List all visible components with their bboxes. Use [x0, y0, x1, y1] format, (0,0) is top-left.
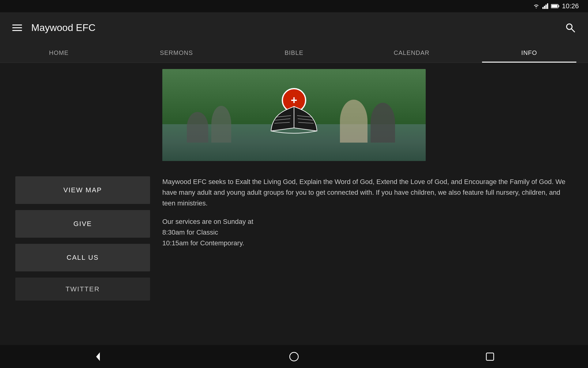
left-buttons: VIEW MAP GIVE CALL US TWITTER	[15, 176, 150, 301]
info-paragraph-1: Maywood EFC seeks to Exalt the Living Go…	[162, 176, 573, 209]
status-icons: 10:26	[533, 2, 579, 10]
svg-rect-2	[545, 5, 547, 9]
tab-home[interactable]: HOME	[0, 43, 118, 63]
info-text-area: Maywood EFC seeks to Exalt the Living Go…	[162, 176, 573, 301]
wifi-icon	[533, 3, 540, 9]
person-silhouette	[211, 106, 231, 143]
svg-rect-3	[547, 3, 548, 9]
recents-icon	[484, 351, 496, 362]
twitter-button[interactable]: TWITTER	[15, 278, 150, 301]
tab-sermons[interactable]: SERMONS	[118, 43, 235, 63]
svg-rect-5	[558, 5, 559, 7]
call-us-button[interactable]: CALL US	[15, 244, 150, 271]
back-button[interactable]	[89, 347, 107, 366]
info-paragraph-2: Our services are on Sunday at8:30am for …	[162, 216, 573, 249]
svg-rect-0	[542, 7, 544, 9]
search-icon	[565, 22, 576, 33]
svg-marker-15	[96, 352, 100, 361]
app-title: Maywood EFC	[31, 22, 565, 33]
person-silhouette	[340, 100, 368, 143]
view-map-button[interactable]: VIEW MAP	[15, 176, 150, 204]
menu-button[interactable]	[12, 25, 22, 31]
home-button[interactable]	[285, 347, 303, 366]
search-button[interactable]	[565, 22, 576, 33]
signal-icon	[542, 3, 548, 9]
header: Maywood EFC	[0, 12, 588, 43]
back-icon	[92, 351, 104, 362]
svg-point-16	[290, 352, 298, 361]
main-content: VIEW MAP GIVE CALL US TWITTER Maywood EF…	[0, 167, 588, 310]
svg-rect-17	[486, 353, 494, 360]
give-button[interactable]: GIVE	[15, 210, 150, 238]
church-logo: +	[270, 88, 318, 137]
person-silhouette	[371, 103, 395, 143]
svg-rect-1	[544, 6, 545, 9]
battery-icon	[551, 4, 560, 9]
svg-line-8	[571, 29, 575, 32]
bottom-nav	[0, 345, 588, 368]
tab-info[interactable]: INFO	[470, 43, 588, 63]
hero-image: +	[162, 69, 426, 161]
nav-tabs: HOME SERMONS BIBLE CALENDAR INFO	[0, 43, 588, 63]
tab-calendar[interactable]: CALENDAR	[353, 43, 470, 63]
status-time: 10:26	[562, 2, 579, 10]
recents-button[interactable]	[481, 347, 499, 366]
status-bar: 10:26	[0, 0, 588, 12]
home-circle-icon	[288, 351, 300, 362]
bible-book-icon	[270, 103, 318, 137]
hero-container: +	[0, 63, 588, 167]
person-silhouette	[187, 112, 208, 143]
svg-rect-6	[551, 5, 557, 8]
tab-bible[interactable]: BIBLE	[235, 43, 353, 63]
